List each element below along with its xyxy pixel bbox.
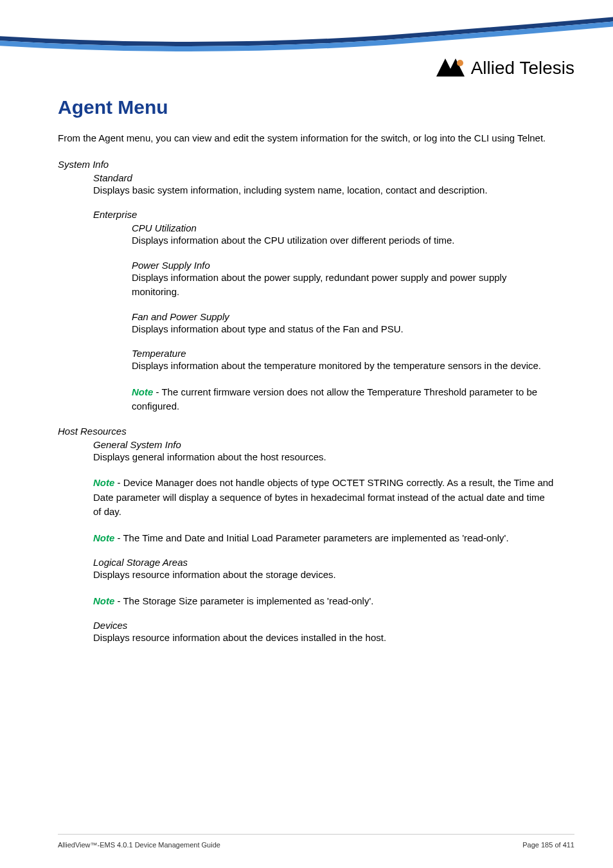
page-title: Agent Menu — [58, 96, 555, 118]
temperature-note: Note - The current firmware version does… — [132, 385, 555, 414]
intro-paragraph: From the Agent menu, you can view and ed… — [58, 131, 555, 146]
temperature-text: Displays information about the temperatu… — [132, 359, 555, 374]
power-supply-text: Displays information about the power sup… — [132, 271, 555, 300]
cpu-util-section: CPU Utilization Displays information abo… — [132, 222, 555, 248]
devices-title: Devices — [93, 620, 555, 631]
system-info-heading: System Info — [58, 159, 555, 170]
cpu-util-text: Displays information about the CPU utili… — [132, 233, 555, 248]
note-label: Note — [93, 532, 114, 543]
logo-brand-text: Allied Telesis — [471, 58, 574, 78]
general-system-title: General System Info — [93, 439, 555, 450]
note-label: Note — [93, 595, 114, 606]
logical-storage-section: Logical Storage Areas Displays resource … — [93, 557, 555, 608]
logical-storage-title: Logical Storage Areas — [93, 557, 555, 568]
temperature-section: Temperature Displays information about t… — [132, 348, 555, 414]
cpu-util-title: CPU Utilization — [132, 222, 555, 233]
general-system-note1: Note - Device Manager does not handle ob… — [93, 476, 555, 520]
enterprise-title: Enterprise — [93, 209, 555, 220]
fan-power-text: Displays information about type and stat… — [132, 322, 555, 337]
standard-title: Standard — [93, 172, 555, 183]
footer-left: AlliedView™-EMS 4.0.1 Device Management … — [58, 841, 220, 849]
note-text: - The Time and Date and Initial Load Par… — [114, 532, 508, 543]
footer-right: Page 185 of 411 — [522, 841, 574, 849]
devices-section: Devices Displays resource information ab… — [93, 620, 555, 646]
note-label: Note — [93, 477, 114, 488]
devices-text: Displays resource information about the … — [93, 631, 555, 646]
fan-power-section: Fan and Power Supply Displays informatio… — [132, 311, 555, 337]
note-text: - The Storage Size parameter is implemen… — [114, 595, 373, 606]
power-supply-section: Power Supply Info Displays information a… — [132, 260, 555, 300]
power-supply-title: Power Supply Info — [132, 260, 555, 271]
svg-point-0 — [457, 60, 463, 66]
note-label: Note — [132, 386, 153, 397]
logo-triangle-icon — [436, 59, 466, 78]
note-text: - Device Manager does not handle objects… — [93, 477, 553, 517]
page-content: Agent Menu From the Agent menu, you can … — [0, 0, 613, 683]
logical-storage-text: Displays resource information about the … — [93, 568, 555, 583]
enterprise-section: Enterprise — [93, 209, 555, 220]
note-text: - The current firmware version does not … — [132, 386, 537, 412]
general-system-text: Displays general information about the h… — [93, 450, 555, 465]
general-system-section: General System Info Displays general inf… — [93, 439, 555, 546]
fan-power-title: Fan and Power Supply — [132, 311, 555, 322]
page-footer: AlliedView™-EMS 4.0.1 Device Management … — [58, 834, 574, 849]
host-resources-heading: Host Resources — [58, 426, 555, 437]
general-system-note2: Note - The Time and Date and Initial Loa… — [93, 531, 555, 546]
logical-storage-note: Note - The Storage Size parameter is imp… — [93, 594, 555, 609]
temperature-title: Temperature — [132, 348, 555, 359]
brand-logo: Allied Telesis — [436, 58, 574, 78]
standard-text: Displays basic system information, inclu… — [93, 183, 555, 198]
standard-section: Standard Displays basic system informati… — [93, 172, 555, 198]
